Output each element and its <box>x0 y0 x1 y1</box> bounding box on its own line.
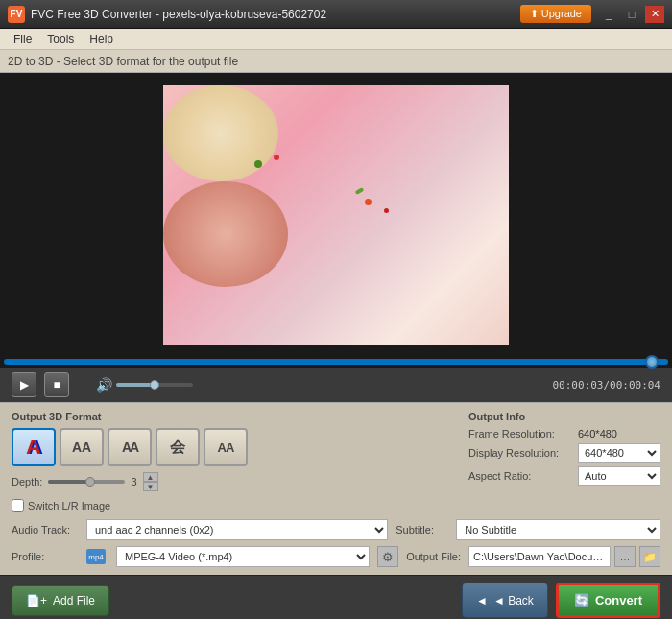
subtitle-select[interactable]: No Subtitle <box>456 519 660 540</box>
menu-tools[interactable]: Tools <box>39 31 82 48</box>
window-title: FVC Free 3D Converter - pexels-olya-kobr… <box>31 8 520 21</box>
volume-icon: 🔊 <box>96 377 112 393</box>
output-info-section: Output Info Frame Resolution: 640*480 Di… <box>468 411 660 489</box>
menu-file[interactable]: File <box>6 31 39 48</box>
profile-format-icon: mp4 <box>86 549 106 564</box>
volume-thumb[interactable] <box>150 380 159 390</box>
status-bar: 2D to 3D - Select 3D format for the outp… <box>0 50 672 73</box>
menu-bar: File Tools Help <box>0 29 672 50</box>
depth-increment[interactable]: ▲ <box>143 472 158 482</box>
volume-fill <box>116 383 155 387</box>
depth-section: Depth: 3 ▲ ▼ Switch L/R Image <box>12 472 457 512</box>
menu-help[interactable]: Help <box>82 31 121 48</box>
audio-track-label: Audio Track: <box>12 524 79 536</box>
profile-select[interactable]: MPEG-4 Video (*.mp4) <box>116 546 370 567</box>
settings-row-format: Output 3D Format A AA AA 会 AA Depth: 3 <box>12 411 660 512</box>
switch-lr-checkbox[interactable] <box>12 499 24 512</box>
format-btn-anaglyph[interactable]: A <box>12 428 56 466</box>
minimize-button[interactable]: _ <box>599 6 618 23</box>
progress-bar-container[interactable] <box>0 356 672 368</box>
dessert-visual-2 <box>163 181 288 287</box>
output-format-label: Output 3D Format <box>12 411 457 422</box>
topping-4 <box>384 208 389 213</box>
topping-3 <box>365 199 372 205</box>
display-res-label: Display Resolution: <box>468 447 574 459</box>
profile-settings-button[interactable]: ⚙ <box>377 546 398 567</box>
add-file-button[interactable]: 📄+ Add File <box>12 585 109 616</box>
switch-lr-checkbox-row: Switch L/R Image <box>12 499 457 512</box>
depth-spinner: ▲ ▼ <box>143 472 158 491</box>
footer: 📄+ Add File ◄ ◄ Back 🔄 Convert <box>0 575 672 619</box>
status-text: 2D to 3D - Select 3D format for the outp… <box>8 55 238 68</box>
format-btn-sbs-half[interactable]: AA <box>60 428 104 466</box>
topping-5 <box>355 187 365 195</box>
settings-row-profile: Profile: mp4 MPEG-4 Video (*.mp4) ⚙ Outp… <box>12 546 660 567</box>
progress-thumb[interactable] <box>645 355 659 369</box>
profile-label: Profile: <box>12 551 79 562</box>
depth-slider[interactable] <box>48 480 125 484</box>
format-btn-top-bottom[interactable]: 会 <box>156 428 200 466</box>
aspect-ratio-label: Aspect Ratio: <box>468 470 574 482</box>
output-info-label: Output Info <box>468 411 660 422</box>
time-display: 00:00:03/00:00:04 <box>552 379 660 392</box>
back-icon: ◄ <box>476 594 488 607</box>
settings-row-audio: Audio Track: und aac 2 channels (0x2) Su… <box>12 519 660 540</box>
format-section: Output 3D Format A AA AA 会 AA Depth: 3 <box>12 411 457 512</box>
app-icon: FV <box>8 6 25 23</box>
format-btn-interlaced[interactable]: AA <box>204 428 248 466</box>
volume-slider[interactable] <box>116 383 193 387</box>
audio-track-select[interactable]: und aac 2 channels (0x2) <box>86 519 388 540</box>
frame-res-label: Frame Resolution: <box>468 428 574 440</box>
topping-2 <box>274 155 279 160</box>
depth-decrement[interactable]: ▼ <box>143 482 158 491</box>
close-button[interactable]: ✕ <box>645 6 664 23</box>
progress-track[interactable] <box>4 359 668 365</box>
subtitle-label: Subtitle: <box>396 524 448 536</box>
output-file-browse[interactable]: … <box>614 546 636 567</box>
display-res-select[interactable]: 640*480 <box>578 443 660 463</box>
output-file-label: Output File: <box>406 551 461 562</box>
stop-button[interactable]: ■ <box>44 372 69 397</box>
output-file-input[interactable] <box>468 546 611 567</box>
maximize-button[interactable]: □ <box>622 6 641 23</box>
add-file-icon: 📄+ <box>26 594 47 607</box>
depth-label: Depth: <box>12 476 42 488</box>
convert-button[interactable]: 🔄 Convert <box>556 583 660 618</box>
topping-1 <box>254 160 262 168</box>
controls-bar: ▶ ■ 🔊 00:00:03/00:00:04 <box>0 368 672 402</box>
back-button[interactable]: ◄ ◄ Back <box>462 583 548 618</box>
upgrade-button[interactable]: ⬆ Upgrade <box>520 5 591 23</box>
video-area <box>0 73 672 356</box>
depth-thumb[interactable] <box>85 477 95 487</box>
video-frame <box>163 85 509 345</box>
output-path-container: … 📁 <box>468 546 660 567</box>
volume-section: 🔊 <box>96 377 544 393</box>
format-btn-sbs-full[interactable]: AA <box>108 428 152 466</box>
depth-fill <box>48 480 90 484</box>
frame-res-row: Frame Resolution: 640*480 <box>468 428 660 440</box>
frame-res-value: 640*480 <box>578 428 617 440</box>
switch-lr-label: Switch L/R Image <box>28 500 110 512</box>
footer-right: ◄ ◄ Back 🔄 Convert <box>462 583 660 618</box>
output-file-open[interactable]: 📁 <box>639 546 660 567</box>
window-controls: _ □ ✕ <box>599 6 664 23</box>
aspect-ratio-select[interactable]: Auto <box>578 466 660 486</box>
title-bar: FV FVC Free 3D Converter - pexels-olya-k… <box>0 0 672 29</box>
format-buttons: A AA AA 会 AA <box>12 428 457 466</box>
display-res-row: Display Resolution: 640*480 <box>468 443 660 463</box>
add-file-label: Add File <box>53 594 95 607</box>
depth-value: 3 <box>131 476 136 488</box>
settings-panel: Output 3D Format A AA AA 会 AA Depth: 3 <box>0 402 672 575</box>
convert-label: Convert <box>595 593 642 607</box>
aspect-ratio-row: Aspect Ratio: Auto <box>468 466 660 486</box>
video-preview <box>163 85 509 345</box>
play-button[interactable]: ▶ <box>12 372 36 397</box>
convert-icon: 🔄 <box>574 593 589 607</box>
back-label: ◄ Back <box>493 594 534 607</box>
